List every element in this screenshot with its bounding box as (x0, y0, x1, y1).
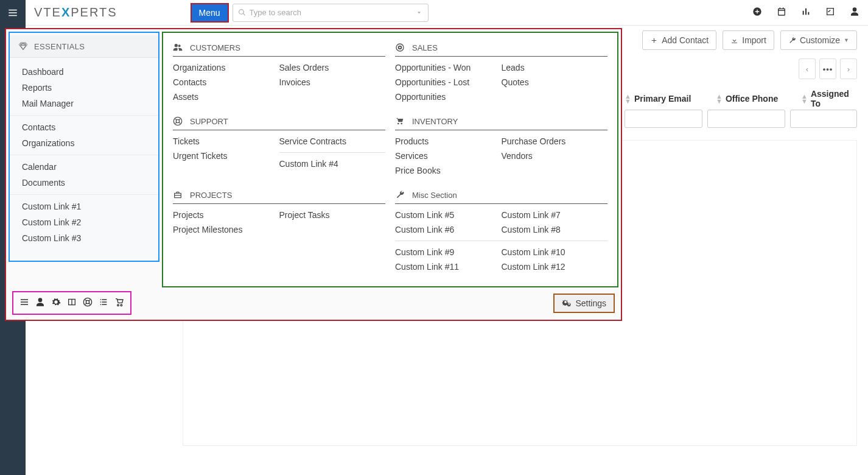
nav-custom-link-6[interactable]: Custom Link #6 (395, 222, 502, 237)
profile-button[interactable] (850, 7, 859, 18)
nav-mail-manager[interactable]: Mail Manager (10, 96, 158, 111)
global-search[interactable] (233, 4, 429, 22)
nav-vendors[interactable]: Vendors (502, 149, 608, 163)
page-more-button[interactable]: ••• (819, 58, 836, 79)
nav-service-contracts[interactable]: Service Contracts (279, 134, 386, 149)
nav-contacts[interactable]: Contacts (10, 119, 158, 135)
logo: VTEXPERTS (34, 5, 117, 19)
nav-contacts[interactable]: Contacts (173, 75, 279, 90)
nav-tickets[interactable]: Tickets (173, 134, 279, 149)
section-inventory: INVENTORY Products Services Price Books … (390, 110, 612, 184)
nav-documents[interactable]: Documents (10, 175, 158, 191)
iconbar-lifebuoy[interactable] (83, 297, 93, 309)
nav-custom-link-3[interactable]: Custom Link #3 (10, 230, 158, 246)
nav-custom-link-4[interactable]: Custom Link #4 (279, 157, 386, 171)
topbar: VTEXPERTS Menu (0, 0, 868, 26)
user-icon (850, 7, 859, 16)
gears-icon (562, 298, 572, 308)
nav-calendar[interactable]: Calendar (10, 159, 158, 175)
import-button[interactable]: Import (723, 30, 774, 50)
download-icon (730, 37, 738, 44)
add-contact-button[interactable]: Add Contact (642, 30, 716, 50)
lifebuoy-icon (173, 116, 183, 126)
iconbar-list2[interactable] (99, 297, 108, 309)
nav-leads[interactable]: Leads (502, 60, 608, 75)
nav-custom-link-5[interactable]: Custom Link #5 (395, 208, 502, 222)
iconbar-list[interactable] (19, 297, 29, 309)
topbar-right-icons (752, 7, 868, 18)
nav-services[interactable]: Services (395, 149, 502, 163)
wrench-icon (788, 37, 796, 44)
nav-products[interactable]: Products (395, 134, 502, 149)
bar-chart-icon (801, 7, 811, 16)
nav-assets[interactable]: Assets (173, 90, 279, 104)
paginator: ‹ ••• › (799, 58, 857, 79)
nav-dashboard[interactable]: Dashboard (10, 64, 158, 80)
columns-icon (67, 297, 77, 307)
iconbar-gear[interactable] (51, 297, 61, 309)
filter-assigned-to[interactable] (790, 110, 857, 128)
nav-projects[interactable]: Projects (173, 208, 279, 222)
menu-button[interactable]: Menu (191, 3, 229, 23)
nav-project-tasks[interactable]: Project Tasks (279, 208, 386, 222)
nav-custom-link-7[interactable]: Custom Link #7 (502, 208, 608, 222)
nav-organizations[interactable]: Organizations (173, 60, 279, 75)
iconbar-user[interactable] (35, 297, 45, 309)
iconbar-columns[interactable] (67, 297, 77, 309)
chevron-down-icon[interactable] (415, 9, 423, 16)
target-icon (395, 43, 405, 52)
quick-create-button[interactable] (752, 7, 762, 18)
nav-price-books[interactable]: Price Books (395, 163, 502, 178)
search-icon (238, 9, 246, 16)
plus-icon (650, 37, 658, 44)
nav-urgent-tickets[interactable]: Urgent Tickets (173, 149, 279, 163)
nav-opportunities-won[interactable]: Opportunities - Won (395, 60, 502, 75)
gear-icon (51, 297, 61, 307)
reports-button[interactable] (801, 7, 811, 18)
filter-office-phone[interactable] (707, 110, 785, 128)
nav-custom-link-12[interactable]: Custom Link #12 (502, 259, 608, 274)
gem-icon (18, 41, 28, 51)
column-primary-email[interactable]: ▲▼ Primary Email (625, 89, 704, 108)
nav-reports[interactable]: Reports (10, 80, 158, 96)
nav-invoices[interactable]: Invoices (279, 75, 386, 90)
nav-opportunities[interactable]: Opportunities (395, 90, 502, 104)
nav-project-milestones[interactable]: Project Milestones (173, 222, 279, 237)
essentials-title: ESSENTIALS (10, 35, 158, 58)
calendar-icon (777, 7, 786, 16)
section-support: SUPPORT Tickets Urgent Tickets Service C… (168, 110, 390, 184)
settings-button[interactable]: Settings (553, 294, 615, 313)
section-sales: SALES Opportunities - Won Opportunities … (390, 37, 612, 110)
customize-button[interactable]: Customize ▼ (780, 30, 857, 50)
nav-organizations[interactable]: Organizations (10, 135, 158, 151)
list-icon (99, 297, 108, 307)
nav-purchase-orders[interactable]: Purchase Orders (502, 134, 608, 149)
column-assigned-to[interactable]: ▲▼ Assigned To (801, 89, 857, 108)
nav-custom-link-8[interactable]: Custom Link #8 (502, 222, 608, 237)
nav-quotes[interactable]: Quotes (502, 75, 608, 90)
sort-icon: ▲▼ (801, 94, 808, 104)
column-office-phone[interactable]: ▲▼ Office Phone (716, 89, 789, 108)
search-input[interactable] (250, 8, 415, 17)
nav-custom-link-1[interactable]: Custom Link #1 (10, 199, 158, 214)
section-misc: Misc Section Custom Link #5 Custom Link … (390, 184, 612, 280)
filter-primary-email[interactable] (625, 110, 702, 128)
nav-custom-link-11[interactable]: Custom Link #11 (395, 259, 502, 274)
hamburger-menu-button[interactable] (0, 0, 26, 26)
nav-sales-orders[interactable]: Sales Orders (279, 60, 386, 75)
nav-custom-link-2[interactable]: Custom Link #2 (10, 214, 158, 230)
lifebuoy-icon (83, 297, 93, 307)
iconbar-cart[interactable] (114, 297, 124, 309)
calendar-button[interactable] (777, 7, 786, 18)
checklist-icon (825, 7, 835, 16)
user-icon (35, 297, 45, 307)
page-prev-button[interactable]: ‹ (799, 58, 816, 79)
briefcase-icon (173, 190, 183, 200)
nav-opportunities-lost[interactable]: Opportunities - Lost (395, 75, 502, 90)
nav-custom-link-10[interactable]: Custom Link #10 (502, 245, 608, 259)
cart-icon (114, 297, 124, 307)
nav-custom-link-9[interactable]: Custom Link #9 (395, 245, 502, 259)
tasks-button[interactable] (825, 7, 835, 18)
table-header: ▲▼ Primary Email ▲▼ Office Phone ▲▼ Assi… (625, 89, 857, 108)
page-next-button[interactable]: › (840, 58, 857, 79)
